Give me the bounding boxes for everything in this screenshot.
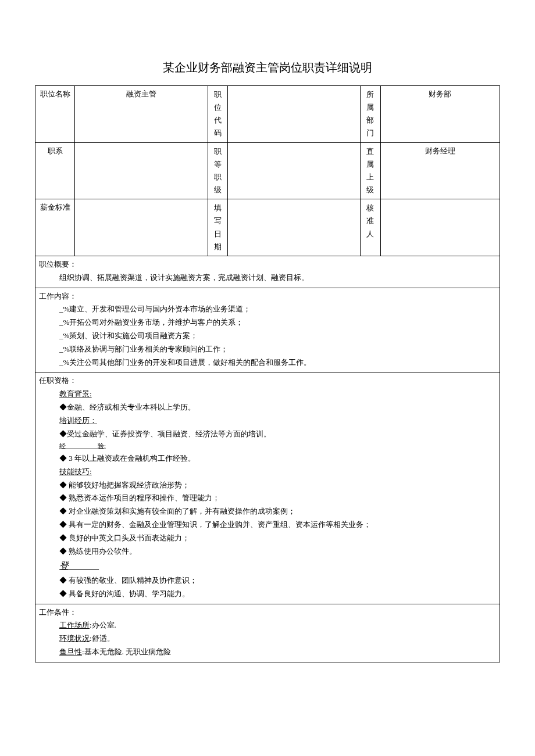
training-label: 培训经历： <box>39 415 496 427</box>
education-label: 教育背景: <box>39 388 496 400</box>
supervisor-value: 财务经理 <box>380 142 500 199</box>
overview-content: 组织协调、拓展融资渠道，设计实施融资方案，完成融资计划、融资目标。 <box>39 272 496 284</box>
skill-item: ◆ 具有一定的财务、金融及企业管理知识，了解企业购并、资产重组、资本运作等相关业… <box>39 519 496 531</box>
job-series-value <box>75 142 208 199</box>
job-grade-label: 职等职级 <box>208 142 227 199</box>
position-code-label: 职位代码 <box>208 86 227 143</box>
header-row-1: 职位名称 融资主管 职位代码 所属部门 财务部 <box>35 86 500 143</box>
environment-value: :舒适。 <box>90 634 115 643</box>
salary-value <box>75 199 208 256</box>
salary-label: 薪金标准 <box>35 199 75 256</box>
work-content-section: 工作内容： _%建立、开发和管理公司与国内外资本市场的业务渠道； _%开拓公司对… <box>35 288 500 372</box>
work-item: _%关注公司其他部门业务的开发和项目进展，做好相关的配合和服务工作。 <box>39 357 496 369</box>
supervisor-label: 直属上级 <box>361 142 380 199</box>
overview-heading: 职位概要： <box>39 259 496 271</box>
risk-line: 鱼旦性:基本无危险. 无职业病危险 <box>39 646 496 658</box>
skill-item: ◆ 良好的中英文口头及书面表达能力； <box>39 532 496 544</box>
fill-date-label: 填写日期 <box>208 199 227 256</box>
fill-date-value <box>228 199 361 256</box>
experience-label: 经 验: <box>39 441 496 452</box>
job-grade-value <box>228 142 361 199</box>
skills-label: 技能技巧: <box>39 466 496 478</box>
work-item: _%策划、设计和实施公司项目融资方案； <box>39 330 496 342</box>
workplace-label: 工作场所 <box>59 621 90 629</box>
conditions-section: 工作条件： 工作场所:办公室. 环境状况:舒适。 鱼旦性:基本无危险. 无职业病… <box>35 604 500 662</box>
education-item: ◆金融、经济或相关专业本科以上学历。 <box>39 402 496 414</box>
skill-item: ◆ 能够较好地把握客观经济政治形势； <box>39 479 496 492</box>
environment-line: 环境状况:舒适。 <box>39 633 496 645</box>
workplace-value: :办公室. <box>90 621 116 629</box>
document-title: 某企业财务部融资主管岗位职责详细说明 <box>35 58 500 77</box>
skill-item: ◆ 熟悉资本运作项目的程序和操作、管理能力； <box>39 492 496 504</box>
position-name-label: 职位名称 <box>35 86 75 143</box>
approver-label: 核准人 <box>361 199 380 256</box>
department-label: 所属部门 <box>361 86 380 143</box>
attitude-item: ◆ 具备良好的沟通、协调、学习能力。 <box>39 588 496 600</box>
skill-item: ◆ 熟练使用办公软件。 <box>39 546 496 558</box>
skill-item: ◆ 对企业融资策划和实施有较全面的了解，并有融资操作的成功案例； <box>39 506 496 518</box>
work-item: _%建立、开发和管理公司与国内外资本市场的业务渠道； <box>39 303 496 316</box>
job-description-table: 职位名称 融资主管 职位代码 所属部门 财务部 职系 职等职级 直属上级 财务经… <box>35 85 500 662</box>
approver-value <box>380 199 500 256</box>
department-value: 财务部 <box>380 86 500 143</box>
risk-value: :基本无危险. 无职业病危险 <box>82 647 171 656</box>
position-name-value: 融资主管 <box>75 86 208 143</box>
attitude-label: 登 ______ <box>39 558 496 574</box>
position-code-value <box>228 86 361 143</box>
environment-label: 环境状况 <box>59 634 90 643</box>
work-content-heading: 工作内容： <box>39 291 496 303</box>
header-row-3: 薪金标准 填写日期 核准人 <box>35 199 500 256</box>
conditions-heading: 工作条件： <box>39 607 496 619</box>
header-row-2: 职系 职等职级 直属上级 财务经理 <box>35 142 500 199</box>
attitude-item: ◆ 有较强的敬业、团队精神及协作意识； <box>39 575 496 587</box>
qualifications-heading: 任职资格： <box>39 375 496 387</box>
training-item: ◆受过金融学、证券投资学、项目融资、经济法等方面的培训。 <box>39 428 496 440</box>
workplace-line: 工作场所:办公室. <box>39 619 496 632</box>
work-item: _%联络及协调与部门业务相关的专家顾问的工作； <box>39 343 496 356</box>
work-item: _%开拓公司对外融资业务市场，并维护与客户的关系； <box>39 317 496 329</box>
risk-label: 鱼旦性 <box>59 647 82 656</box>
qualifications-section: 任职资格： 教育背景: ◆金融、经济或相关专业本科以上学历。 培训经历： ◆受过… <box>35 372 500 604</box>
overview-section: 职位概要： 组织协调、拓展融资渠道，设计实施融资方案，完成融资计划、融资目标。 <box>35 256 500 288</box>
job-series-label: 职系 <box>35 142 75 199</box>
experience-item: ◆ 3 年以上融资或在金融机构工作经验。 <box>39 453 496 465</box>
